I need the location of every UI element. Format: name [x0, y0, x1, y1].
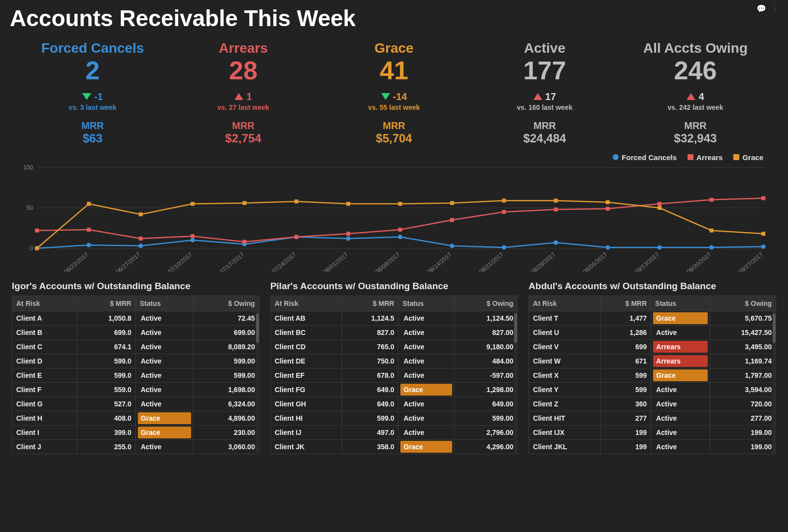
table-row[interactable]: Client E599.0Active599.00 — [12, 368, 260, 382]
column-header[interactable]: $ Owing — [194, 296, 259, 311]
table-row[interactable]: Client X599Grace1,797.00 — [529, 368, 776, 382]
kpi-arrears[interactable]: Arrears281vs. 27 last weekMRR$2,754 — [170, 40, 316, 145]
svg-rect-44 — [502, 210, 506, 214]
svg-text:06/22/2017: 06/22/2017 — [63, 251, 90, 272]
svg-text:08/21/2017: 08/21/2017 — [478, 251, 505, 272]
table-row[interactable]: Client JK358.0Grace4,296.00 — [270, 439, 518, 454]
svg-text:07/10/2017: 07/10/2017 — [166, 251, 194, 272]
cell-mrr: 1,050.8 — [77, 311, 135, 325]
kpi-delta: -14 — [321, 91, 467, 102]
table-row[interactable]: Client AB1,124.5Active1,124.50 — [270, 311, 518, 325]
table-row[interactable]: Client B699.0Active699.00 — [12, 325, 260, 339]
table-row[interactable]: Client BC827.0Active827.00 — [270, 325, 518, 339]
table-row[interactable]: Client HI599.0Active599.00 — [270, 411, 518, 425]
column-header[interactable]: Status — [135, 296, 194, 311]
status-badge: Active — [400, 427, 452, 438]
cell-owing: 3,594.00 — [710, 382, 776, 397]
table-row[interactable]: Client J255.0Active3,060.00 — [12, 439, 260, 454]
status-badge: Active — [653, 327, 708, 338]
table-row[interactable]: Client D599.0Active599.00 — [12, 354, 260, 368]
table-row[interactable]: Client Z360Active720.00 — [529, 397, 776, 411]
table-row[interactable]: Client U1,286Active15,427.50 — [529, 325, 776, 339]
cell-client: Client H — [12, 411, 77, 425]
kpi-delta-value: 4 — [698, 91, 704, 102]
table-row[interactable]: Client GH649.0Active649.00 — [270, 397, 518, 411]
status-badge: Active — [400, 398, 452, 410]
cell-mrr: 199 — [601, 425, 651, 439]
svg-point-30 — [554, 240, 558, 245]
legend-item[interactable]: Forced Cancels — [613, 153, 677, 162]
svg-rect-46 — [606, 206, 610, 210]
scrollbar[interactable] — [772, 311, 776, 454]
table-row[interactable]: Client C674.1Active8,089.20 — [12, 339, 260, 354]
table-row[interactable]: Client DE750.0Active484.00 — [270, 354, 518, 368]
cell-owing: 4,896.00 — [194, 411, 259, 425]
column-header[interactable]: $ MRR — [77, 296, 135, 311]
cell-status: Active — [135, 397, 194, 411]
cell-mrr: 497.0 — [342, 425, 398, 439]
cell-client: Client DE — [270, 354, 342, 368]
svg-point-23 — [191, 238, 195, 242]
table-row[interactable]: Client HIT277Active277.00 — [529, 411, 776, 425]
square-icon — [733, 154, 739, 160]
cell-owing: 484.00 — [454, 354, 518, 368]
column-header[interactable]: Status — [398, 296, 454, 311]
cell-mrr: 827.0 — [342, 325, 398, 339]
kpi-active[interactable]: Active17717vs. 160 last weekMRR$24,484 — [472, 40, 618, 145]
table-row[interactable]: Client W671Arrears1,169.74 — [529, 354, 776, 368]
table-row[interactable]: Client IJ497.0Active2,796.00 — [270, 425, 518, 439]
comment-icon[interactable]: 💬 — [756, 4, 766, 13]
legend-item[interactable]: Grace — [733, 153, 763, 162]
accounts-table: At Risk$ MRRStatus$ OwingClient AB1,124.… — [270, 296, 518, 454]
table-row[interactable]: Client EF678.0Active-597.00 — [270, 368, 518, 382]
cell-status: Active — [398, 325, 454, 339]
scrollbar[interactable] — [514, 311, 518, 454]
cell-owing: 199.00 — [710, 439, 776, 454]
column-header[interactable]: At Risk — [270, 296, 342, 311]
column-header[interactable]: $ Owing — [454, 296, 518, 311]
scrollbar[interactable] — [256, 311, 260, 454]
kpi-forced_cancels[interactable]: Forced Cancels2-1vs. 3 last weekMRR$63 — [20, 40, 165, 145]
more-icon[interactable]: ⋮ — [771, 4, 779, 13]
column-header[interactable]: At Risk — [12, 296, 77, 311]
table-row[interactable]: Client FG649.0Grace1,298.00 — [270, 382, 518, 397]
svg-point-21 — [87, 243, 91, 247]
column-header[interactable]: Status — [651, 296, 710, 311]
column-header[interactable]: $ MRR — [342, 296, 398, 311]
table-row[interactable]: Client F559.0Active1,698.00 — [12, 382, 260, 397]
cell-status: Grace — [135, 411, 194, 425]
table-row[interactable]: Client IJX199Active199.00 — [529, 425, 776, 439]
column-header[interactable]: $ MRR — [601, 296, 651, 311]
cell-status: Active — [398, 397, 454, 411]
svg-rect-41 — [346, 232, 350, 235]
accounts-table: At Risk$ MRRStatus$ OwingClient T1,477Gr… — [528, 296, 776, 454]
kpi-value: 246 — [623, 57, 768, 84]
kpi-delta-value: -14 — [393, 91, 407, 102]
table-row[interactable]: Client A1,050.8Active72.45 — [12, 311, 260, 325]
svg-point-28 — [450, 243, 454, 248]
column-header[interactable]: $ Owing — [710, 296, 776, 311]
svg-point-26 — [346, 236, 351, 240]
status-badge: Active — [653, 412, 708, 424]
legend-item[interactable]: Arrears — [688, 153, 722, 162]
cell-mrr: 599.0 — [77, 354, 135, 368]
status-badge: Active — [653, 427, 708, 438]
kpi-grace[interactable]: Grace41-14vs. 55 last weekMRR$5,704 — [321, 40, 467, 145]
table-row[interactable]: Client T1,477Grace5,670.75 — [529, 311, 776, 325]
triangle-up-icon — [234, 93, 243, 100]
table-row[interactable]: Client I399.0Grace230.00 — [12, 425, 260, 439]
cell-client: Client Z — [529, 397, 601, 411]
table-row[interactable]: Client JKL199Active199.00 — [529, 439, 776, 454]
cell-client: Client G — [12, 397, 77, 411]
column-header[interactable]: At Risk — [529, 296, 601, 311]
table-row[interactable]: Client H408.0Grace4,896.00 — [12, 411, 260, 425]
kpi-delta-value: 1 — [246, 91, 252, 102]
table-row[interactable]: Client CD765.0Active9,180.00 — [270, 339, 518, 354]
toolbar: 💬 ⋮ — [756, 4, 779, 13]
table-row[interactable]: Client G527.0Active6,324.00 — [12, 397, 260, 411]
table-row[interactable]: Client V699Arrears3,495.00 — [529, 339, 776, 354]
kpi-mrr-value: $24,484 — [472, 132, 618, 145]
table-row[interactable]: Client Y599Active3,594.00 — [529, 382, 776, 397]
kpi-all_owing[interactable]: All Accts Owing2464vs. 242 last weekMRR$… — [623, 40, 768, 145]
svg-text:06/27/2017: 06/27/2017 — [115, 251, 142, 272]
